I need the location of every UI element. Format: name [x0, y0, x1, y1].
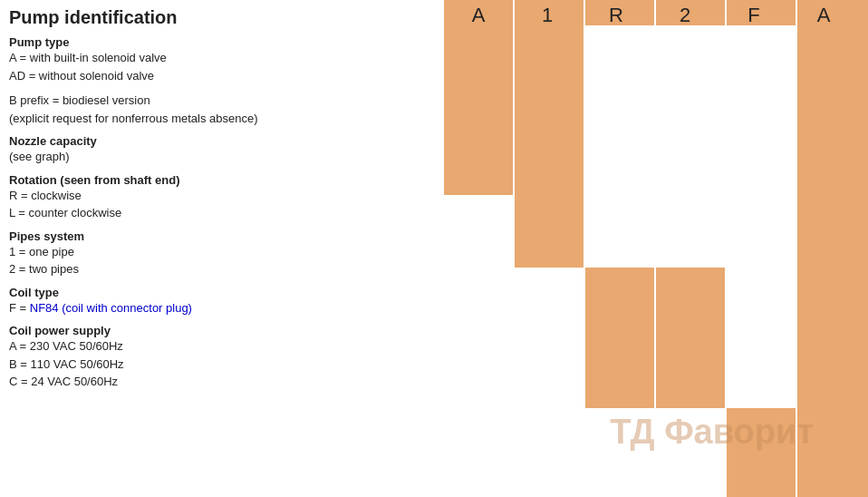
letter-F: F: [719, 4, 788, 27]
page-container: Pump identification Pump type A = with b…: [0, 0, 868, 497]
nozzle-capacity-section: Nozzle capacity (see graph): [9, 134, 435, 166]
pipes-system-text: 1 = one pipe 2 = two pipes: [9, 243, 435, 278]
pump-type-section: Pump type A = with built-in solenoid val…: [9, 35, 435, 127]
left-column: Pump identification Pump type A = with b…: [0, 0, 444, 497]
page-title: Pump identification: [9, 7, 426, 28]
title-row: Pump identification: [9, 7, 435, 28]
letter-R: R: [582, 4, 651, 27]
rotation-section: Rotation (seen from shaft end) R = clock…: [9, 173, 435, 222]
pipes-system-section: Pipes system 1 = one pipe 2 = two pipes: [9, 229, 435, 278]
coil-power-title: Coil power supply: [9, 324, 435, 337]
letter-2: 2: [651, 4, 719, 27]
coil-type-section: Coil type F = NF84 (coil with connector …: [9, 286, 435, 317]
nozzle-capacity-text: (see graph): [9, 148, 435, 166]
nf84-link: NF84 (coil with connector plug): [30, 301, 192, 315]
pump-type-title: Pump type: [9, 35, 435, 49]
rotation-text: R = clockwise L = counter clockwise: [9, 187, 435, 222]
letter-A1: A: [444, 4, 513, 27]
pump-type-text: A = with built-in solenoid valve AD = wi…: [9, 49, 435, 127]
rotation-title: Rotation (seen from shaft end): [9, 173, 435, 187]
pipes-system-title: Pipes system: [9, 229, 435, 243]
coil-type-text: F = NF84 (coil with connector plug): [9, 299, 435, 317]
nozzle-capacity-title: Nozzle capacity: [9, 134, 435, 148]
coil-power-section: Coil power supply A = 230 VAC 50/60Hz B …: [9, 324, 435, 391]
letter-1: 1: [513, 4, 582, 27]
coil-type-title: Coil type: [9, 286, 435, 299]
coil-power-text: A = 230 VAC 50/60Hz B = 110 VAC 50/60Hz …: [9, 337, 435, 391]
letter-A2: A: [788, 4, 859, 27]
main-grid: Pump identification Pump type A = with b…: [0, 0, 868, 497]
